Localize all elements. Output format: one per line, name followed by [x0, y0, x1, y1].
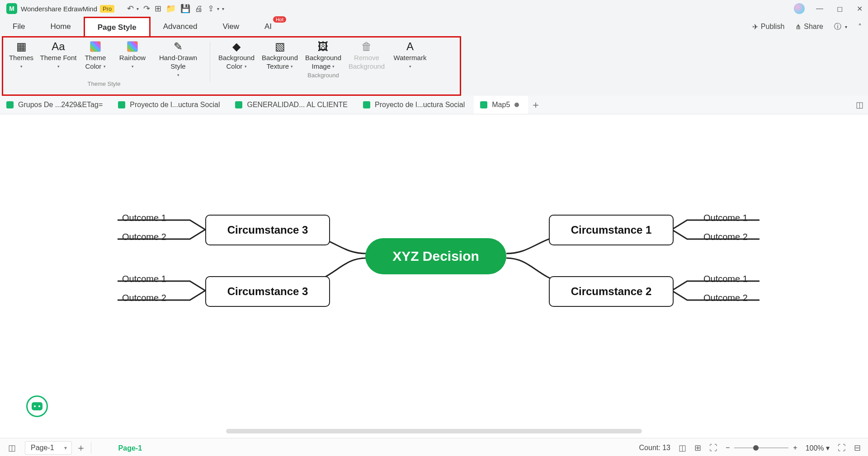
menu-view[interactable]: View [210, 17, 252, 36]
group-label-background: Background [307, 72, 339, 79]
outline-panel-button[interactable]: ◫ [8, 443, 16, 453]
ai-assistant-button[interactable] [26, 395, 48, 417]
background-color-button[interactable]: ◆ Background Color ▾ [215, 39, 258, 72]
view-mode-2[interactable]: ⊞ [694, 443, 701, 453]
background-image-button[interactable]: 🖼 Background Image ▾ [302, 39, 345, 72]
ribbon-group-theme-style: ▦ Themes▾ Aa Theme Font ▾ Theme Color ▾ … [0, 39, 208, 87]
mindmap-icon [363, 101, 370, 108]
watermark-button[interactable]: A Watermark▾ [388, 39, 432, 72]
new-tab-button[interactable]: ＋ [528, 97, 543, 113]
collapse-statusbar-button[interactable]: ⊟ [854, 443, 861, 453]
share-button[interactable]: ⋔Share [795, 23, 823, 31]
outcome-left-1-1[interactable]: Outcome 2 [122, 293, 166, 303]
toggle-panel-button[interactable]: ◫ [856, 100, 863, 110]
fullscreen-button[interactable]: ⛶ [838, 443, 846, 453]
doc-tab[interactable]: Grupos De ...2429&ETag= [0, 96, 112, 114]
node-left-1[interactable]: Circumstance 3 [205, 276, 330, 307]
ribbon-separator [210, 42, 210, 81]
app-name: Wondershare EdrawMind [21, 5, 97, 13]
share-icon: ⋔ [795, 23, 801, 31]
collapse-ribbon-button[interactable]: ˄ [858, 23, 862, 31]
hand-drawn-button[interactable]: ✎ Hand-Drawn Style▾ [151, 39, 205, 80]
paint-bucket-icon: ◆ [232, 40, 241, 53]
ribbon: ▦ Themes▾ Aa Theme Font ▾ Theme Color ▾ … [0, 36, 868, 96]
brush-icon: ✎ [174, 40, 183, 53]
rainbow-icon [127, 40, 138, 53]
themes-icon: ▦ [16, 40, 27, 53]
export-button[interactable]: ⇪ [208, 4, 214, 14]
mindmap-icon [480, 101, 487, 108]
node-right-0[interactable]: Circumstance 1 [549, 215, 674, 245]
robot-icon [32, 402, 42, 410]
doc-tab[interactable]: Proyecto de l...uctura Social [357, 96, 474, 114]
pro-badge: Pro [100, 5, 114, 13]
doc-tab[interactable]: GENERALIDAD... AL CLIENTE [229, 96, 357, 114]
export-dropdown[interactable]: ▾ [217, 6, 219, 11]
zoom-value[interactable]: 100% ▾ [806, 444, 830, 452]
background-texture-button[interactable]: ▧ Background Texture ▾ [258, 39, 302, 72]
rainbow-button[interactable]: Rainbow▾ [114, 39, 151, 80]
outcome-right-1-0[interactable]: Outcome 1 [703, 274, 748, 284]
app-icon: M [6, 3, 17, 14]
qat-customize[interactable]: ▾ [222, 6, 224, 11]
close-button[interactable]: ✕ [854, 5, 864, 13]
menu-advanced[interactable]: Advanced [151, 17, 210, 36]
view-mode-1[interactable]: ◫ [679, 443, 686, 453]
open-button[interactable]: 📁 [166, 4, 176, 14]
help-button[interactable]: ⓘ▾ [834, 22, 847, 32]
page-select-dropdown[interactable]: Page-1 [25, 441, 72, 455]
theme-color-button[interactable]: Theme Color ▾ [77, 39, 114, 80]
add-page-button[interactable]: ＋ [75, 441, 87, 455]
unsaved-indicator [514, 103, 519, 107]
canvas[interactable]: XYZ Decision Circumstance 3 Circumstance… [0, 114, 868, 438]
zoom-in-button[interactable]: + [793, 444, 797, 452]
mindmap-icon [118, 101, 125, 108]
node-center[interactable]: XYZ Decision [365, 238, 506, 274]
outcome-left-0-1[interactable]: Outcome 2 [122, 232, 166, 242]
new-button[interactable]: ⊞ [155, 4, 161, 14]
save-button[interactable]: 💾 [180, 4, 190, 14]
maximize-button[interactable]: ◻ [835, 5, 844, 13]
status-right: Count: 13 ◫ ⊞ ⛶ − + 100% ▾ ⛶ ⊟ [639, 443, 861, 453]
avatar[interactable] [794, 3, 805, 14]
group-label-theme-style: Theme Style [88, 80, 121, 87]
outcome-right-1-1[interactable]: Outcome 2 [703, 293, 748, 303]
remove-background-button[interactable]: 🗑 Remove Background [345, 39, 388, 72]
page-selector[interactable]: Page-1 ＋ [25, 441, 87, 455]
outcome-left-1-0[interactable]: Outcome 1 [122, 274, 166, 284]
document-tabs: Grupos De ...2429&ETag= Proyecto de l...… [0, 96, 868, 114]
font-icon: Aa [52, 40, 65, 53]
zoom-slider[interactable]: − + [726, 444, 797, 452]
page-tab[interactable]: Page-1 [108, 438, 152, 456]
title-bar: M Wondershare EdrawMind Pro ↶▾ ↷ ⊞ 📁 💾 🖨… [0, 0, 868, 17]
node-left-0[interactable]: Circumstance 3 [205, 215, 330, 245]
menu-home[interactable]: Home [38, 17, 83, 36]
outcome-right-0-1[interactable]: Outcome 2 [703, 232, 748, 242]
ribbon-group-background: ◆ Background Color ▾ ▧ Background Textur… [212, 39, 434, 79]
outcome-left-0-0[interactable]: Outcome 1 [122, 213, 166, 223]
redo-button[interactable]: ↷ [143, 4, 150, 14]
outcome-right-0-0[interactable]: Outcome 1 [703, 213, 748, 223]
menu-page-style[interactable]: Page Style [84, 17, 151, 37]
status-bar: ◫ Page-1 ＋ Page-1 Count: 13 ◫ ⊞ ⛶ − + 10… [0, 438, 868, 456]
mindmap-icon [6, 101, 14, 108]
doc-tab-active[interactable]: Map5 [474, 96, 528, 114]
menu-file[interactable]: File [0, 17, 38, 36]
menu-ai[interactable]: AI [252, 17, 284, 36]
undo-button[interactable]: ↶ [127, 4, 134, 14]
theme-font-button[interactable]: Aa Theme Font ▾ [40, 39, 77, 80]
doc-tab[interactable]: Proyecto de l...uctura Social [112, 96, 229, 114]
zoom-out-button[interactable]: − [726, 444, 730, 452]
node-right-1[interactable]: Circumstance 2 [549, 276, 674, 307]
print-button[interactable]: 🖨 [195, 4, 203, 14]
send-icon: ✈ [752, 23, 758, 31]
undo-dropdown[interactable]: ▾ [137, 6, 139, 11]
fit-page-button[interactable]: ⛶ [709, 443, 717, 453]
publish-button[interactable]: ✈Publish [752, 23, 784, 31]
remove-image-icon: 🗑 [361, 40, 372, 53]
minimize-button[interactable]: ― [815, 5, 825, 13]
horizontal-scrollbar[interactable] [0, 429, 868, 435]
themes-button[interactable]: ▦ Themes▾ [3, 39, 40, 80]
watermark-icon: A [406, 40, 414, 53]
zoom-handle[interactable] [753, 445, 759, 451]
